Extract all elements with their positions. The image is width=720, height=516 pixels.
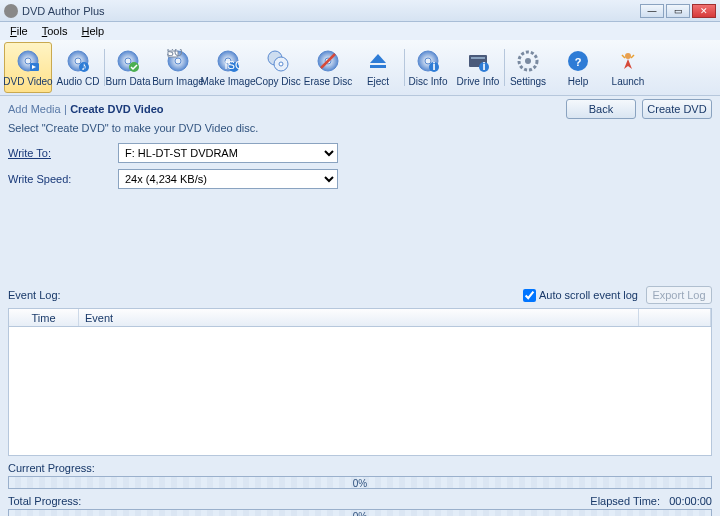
svg-point-36 xyxy=(525,58,531,64)
maximize-button[interactable]: ▭ xyxy=(666,4,690,18)
settings-icon xyxy=(515,48,541,74)
svg-marker-25 xyxy=(370,54,386,63)
svg-text:i: i xyxy=(432,60,435,72)
current-progress-bar: 0% xyxy=(8,476,712,489)
toolbar-eject[interactable]: Eject xyxy=(354,42,402,93)
menu-tools[interactable]: Tools xyxy=(36,24,74,38)
svg-point-21 xyxy=(279,62,283,66)
event-log-label: Event Log: xyxy=(8,289,523,301)
toolbar-launch[interactable]: Launch xyxy=(604,42,652,93)
svg-text:?: ? xyxy=(575,56,582,68)
svg-rect-32 xyxy=(471,57,485,59)
svg-point-12 xyxy=(175,58,181,64)
burn-data-icon xyxy=(115,48,141,74)
toolbar-dvd-video[interactable]: DVD Video xyxy=(4,42,52,93)
current-progress-label: Current Progress: xyxy=(8,462,712,474)
toolbar-drive-info[interactable]: iDrive Info xyxy=(454,42,502,93)
col-spacer xyxy=(639,309,711,326)
eject-icon xyxy=(365,48,391,74)
menu-bar: File Tools Help xyxy=(0,22,720,40)
elapsed-time: Elapsed Time: 00:00:00 xyxy=(590,495,712,507)
toolbar-make-image[interactable]: ISOMake Image xyxy=(204,42,252,93)
write-to-select[interactable]: F: HL-DT-ST DVDRAM xyxy=(118,143,338,163)
app-icon xyxy=(4,4,18,18)
toolbar: DVD Video♪Audio CDBurn DataISOBurn Image… xyxy=(0,40,720,96)
svg-text:i: i xyxy=(482,60,485,72)
write-speed-select[interactable]: 24x (4,234 KB/s) xyxy=(118,169,338,189)
col-time[interactable]: Time xyxy=(9,309,79,326)
erase-disc-icon xyxy=(315,48,341,74)
toolbar-audio-cd[interactable]: ♪Audio CD xyxy=(54,42,102,93)
launch-icon xyxy=(615,48,641,74)
close-button[interactable]: ✕ xyxy=(692,4,716,18)
export-log-button: Export Log xyxy=(646,286,712,304)
svg-point-1 xyxy=(25,58,31,64)
toolbar-copy-disc[interactable]: Copy Disc xyxy=(254,42,302,93)
make-image-icon: ISO xyxy=(215,48,241,74)
event-log-body xyxy=(9,327,711,455)
svg-rect-26 xyxy=(370,65,386,68)
autoscroll-checkbox[interactable]: Auto scroll event log xyxy=(523,289,638,302)
menu-file[interactable]: File xyxy=(4,24,34,38)
svg-text:ISO: ISO xyxy=(166,49,183,58)
write-speed-label: Write Speed: xyxy=(8,173,108,185)
toolbar-burn-image[interactable]: ISOBurn Image xyxy=(154,42,202,93)
dvd-video-icon xyxy=(15,48,41,74)
svg-point-9 xyxy=(125,58,131,64)
help-icon: ? xyxy=(565,48,591,74)
event-log-grid: Time Event xyxy=(8,308,712,456)
disc-info-icon: i xyxy=(415,48,441,74)
back-button[interactable]: Back xyxy=(566,99,636,119)
title-bar: DVD Author Plus — ▭ ✕ xyxy=(0,0,720,22)
toolbar-help[interactable]: ?Help xyxy=(554,42,602,93)
app-title: DVD Author Plus xyxy=(22,5,640,17)
menu-help[interactable]: Help xyxy=(75,24,110,38)
svg-point-5 xyxy=(75,58,81,64)
svg-line-41 xyxy=(631,55,634,58)
col-event[interactable]: Event xyxy=(79,309,639,326)
svg-text:ISO: ISO xyxy=(225,59,240,71)
audio-cd-icon: ♪ xyxy=(65,48,91,74)
burn-image-icon: ISO xyxy=(165,48,191,74)
svg-point-39 xyxy=(625,53,631,59)
svg-point-28 xyxy=(425,58,431,64)
write-to-label: Write To: xyxy=(8,147,108,159)
total-progress-bar: 0% xyxy=(8,509,712,516)
toolbar-settings[interactable]: Settings xyxy=(504,42,552,93)
hint-text: Select "Create DVD" to make your DVD Vid… xyxy=(0,122,720,140)
breadcrumb-current: Create DVD Video xyxy=(70,103,163,115)
toolbar-burn-data[interactable]: Burn Data xyxy=(104,42,152,93)
toolbar-erase-disc[interactable]: Erase Disc xyxy=(304,42,352,93)
create-dvd-button[interactable]: Create DVD xyxy=(642,99,712,119)
toolbar-disc-info[interactable]: iDisc Info xyxy=(404,42,452,93)
svg-text:♪: ♪ xyxy=(81,60,87,72)
svg-line-40 xyxy=(622,55,625,58)
minimize-button[interactable]: — xyxy=(640,4,664,18)
total-progress-label: Total Progress: xyxy=(8,495,81,507)
breadcrumb-prev: Add Media xyxy=(8,103,61,115)
copy-disc-icon xyxy=(265,48,291,74)
breadcrumb: Add Media | Create DVD Video xyxy=(8,102,558,116)
drive-info-icon: i xyxy=(465,48,491,74)
